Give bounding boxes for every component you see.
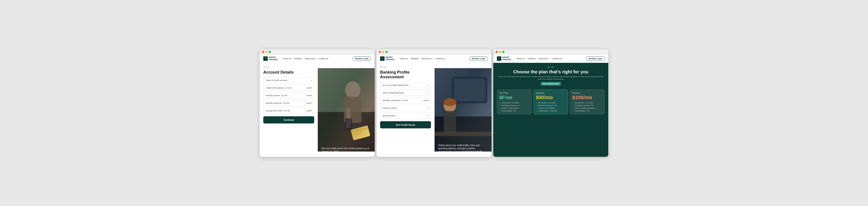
outstanding-loans-dropdown[interactable]: Select outstanding loans ▾: [380, 90, 431, 96]
monthly-installments-label: Monthly installments : $ 0.00: [380, 98, 421, 103]
nav-resources-2[interactable]: Resources ▾: [422, 57, 433, 60]
member-login-button-3[interactable]: Member Login: [586, 56, 605, 61]
holding-loans-label: No. of currently holding loans: [382, 84, 409, 86]
close-button-2[interactable]: [379, 51, 381, 53]
nav-contact-us-3[interactable]: Contact Us: [552, 57, 562, 60]
plan-feature: Time-limited : 12 months: [572, 102, 602, 104]
logo-text-3: SMART FINANCE: [502, 56, 511, 61]
page-body-1: 03 / 05 Account Details Types of credit …: [260, 63, 375, 157]
payment-history-chevron: ▾: [428, 107, 429, 109]
member-login-button-2[interactable]: Member Login: [469, 56, 488, 61]
minimize-button[interactable]: [265, 51, 268, 53]
step-indicator-2: 04 / 05: [380, 66, 431, 68]
maximize-button-3[interactable]: [502, 51, 504, 53]
image-caption-1: Get your credit scores from all the bure…: [321, 147, 371, 153]
maximize-button[interactable]: [269, 51, 271, 53]
page-title-1: Account Details: [263, 70, 314, 75]
logo-symbol-2: ✦: [382, 57, 383, 59]
income-currency[interactable]: USD ▾: [304, 93, 314, 98]
browser-content-3: ✦ SMART FINANCE About Us Solutions Resou…: [493, 55, 608, 157]
resources-chevron-2: ▾: [432, 58, 433, 59]
maximize-button-2[interactable]: [385, 51, 388, 53]
logo-1: ✦ SMART FINANCE: [263, 56, 278, 61]
logo-text-1: SMART FINANCE: [269, 56, 278, 61]
navbar-2: ✦ SMART FINANCE About Us Solutions Resou…: [376, 55, 492, 63]
nav-about-us[interactable]: About Us: [283, 57, 291, 60]
plan-feature: Access : Core features: [536, 107, 566, 109]
nav-contact-us[interactable]: Contact Us: [318, 57, 329, 60]
expenses-currency-chevron: ▾: [311, 102, 312, 104]
credit-card-field: Credit card balances : $ 0.00 USD ▾: [263, 85, 314, 91]
plan-feature: Time-limited : 6 months: [536, 102, 566, 104]
logo-3: ✦ SMART FINANCE: [497, 56, 511, 61]
close-button-3[interactable]: [496, 51, 498, 53]
nav-about-us-3[interactable]: About Us: [517, 57, 525, 60]
minimize-button-3[interactable]: [499, 51, 501, 53]
form-panel-2: 04 / 05 Banking Profile Assessment No. o…: [376, 63, 435, 157]
plan-price-premium: $100/mo: [572, 95, 602, 100]
monthly-expenses-field: Monthly expenses : $ 0.00 USD ▾: [263, 100, 314, 106]
nav-resources[interactable]: Resources ▾: [305, 57, 316, 60]
plan-type-free: Free Trial: [499, 92, 529, 94]
nav-links-2: About Us Solutions Resources ▾ Contact U…: [400, 57, 469, 60]
expenses-currency[interactable]: USD ▾: [304, 100, 314, 106]
credit-card-label: Credit card balances : $ 0.00: [264, 85, 304, 91]
member-login-button-1[interactable]: Member Login: [352, 56, 371, 61]
nav-links-1: About Us Solutions Resources ▾ Contact U…: [283, 57, 352, 60]
plan-feature: Customization : Moderate: [536, 110, 566, 112]
monthly-installments-field: Monthly installments : $ 0.00 USD ▾: [380, 98, 431, 103]
resources-chevron-3: ▾: [549, 58, 549, 59]
plan-feature: Time-limited : 2 months: [499, 102, 529, 104]
types-credit-dropdown[interactable]: Types of credit accounts ▾: [263, 77, 314, 83]
browser-chrome-2: [376, 49, 492, 55]
nav-resources-3[interactable]: Resources ▾: [538, 57, 549, 60]
page-title-2: Banking Profile Assessment: [380, 70, 431, 80]
plans-title: Choose the plan that's right for you: [497, 69, 605, 75]
currency-chevron: ▾: [311, 87, 312, 89]
minimize-button-2[interactable]: [382, 51, 384, 53]
installments-currency[interactable]: USD ▾: [421, 98, 431, 103]
continue-button[interactable]: Continue: [263, 116, 314, 124]
logo-icon-3: ✦: [497, 56, 501, 61]
svg-rect-14: [454, 79, 485, 101]
savings-currency[interactable]: USD ▾: [304, 108, 314, 113]
nav-links-3: About Us Solutions Resources ▾ Contact U…: [517, 57, 586, 60]
svg-rect-6: [346, 119, 351, 128]
nav-about-us-2[interactable]: About Us: [400, 57, 408, 60]
income-currency-chevron: ▾: [311, 95, 312, 97]
svg-point-16: [443, 98, 457, 106]
payment-history-dropdown[interactable]: Payment history ▾: [380, 105, 431, 111]
banking-status-chevron: ▾: [428, 114, 429, 117]
browser-chrome-3: [493, 49, 608, 55]
plan-card-premium[interactable]: Premium $100/mo Time-limited : 12 months…: [570, 89, 605, 114]
types-credit-label: Types of credit accounts: [266, 79, 287, 81]
close-button[interactable]: [262, 51, 264, 53]
logo-symbol-3: ✦: [498, 57, 500, 59]
plans-subtitle: Select the subscription tier tailored to…: [497, 75, 605, 80]
image-panel-2: Details about your credit profile, track…: [435, 63, 492, 157]
plans-grid: Free Trial $Free Time-limited : 2 months…: [497, 89, 605, 114]
get-credit-score-button[interactable]: Get Credit Score: [380, 121, 431, 128]
savings-field: Savings per month : $ 0.00 USD ▾: [263, 108, 314, 113]
plans-section: 05 / 05 Choose the plan that's right for…: [493, 63, 608, 157]
plan-card-standard[interactable]: Standard $50/mo Time-limited : 6 months …: [533, 89, 568, 114]
resources-chevron: ▾: [315, 58, 316, 59]
payment-history-label: Payment history: [382, 107, 397, 109]
plan-feature: Download resources : 80: [572, 104, 602, 106]
holding-loans-chevron: ▾: [428, 84, 429, 86]
nav-solutions-3[interactable]: Solutions: [527, 57, 536, 60]
nav-solutions[interactable]: Solutions: [294, 57, 302, 60]
outstanding-loans-label: Select outstanding loans: [382, 92, 404, 94]
nav-contact-us-2[interactable]: Contact Us: [435, 57, 445, 60]
banking-status-dropdown[interactable]: Banking status ▾: [380, 113, 431, 119]
svg-rect-17: [444, 111, 456, 133]
nav-solutions-2[interactable]: Solutions: [411, 57, 419, 60]
hero-image-1: [318, 63, 375, 157]
outstanding-loans-chevron: ▾: [428, 92, 429, 94]
credit-card-currency[interactable]: USD ▾: [304, 85, 314, 91]
plan-card-free[interactable]: Free Trial $Free Time-limited : 2 months…: [497, 89, 532, 114]
logo-icon-1: ✦: [263, 56, 268, 61]
plan-type-standard: Standard: [536, 92, 566, 94]
logo-2: ✦ SMART FINANCE: [380, 56, 394, 61]
holding-loans-dropdown[interactable]: No. of currently holding loans ▾: [380, 82, 431, 88]
